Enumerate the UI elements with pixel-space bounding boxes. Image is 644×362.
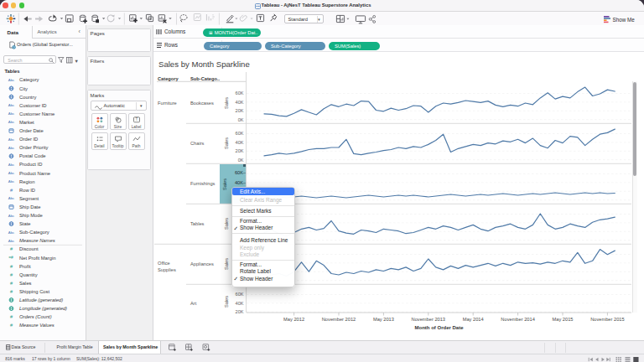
svg-text:Abc: Abc — [8, 171, 15, 175]
svg-text:Customer ID: Customer ID — [19, 103, 47, 108]
svg-text:Abc: Abc — [8, 103, 15, 107]
svg-text:Abc: Abc — [8, 137, 15, 142]
svg-text:T: T — [135, 117, 138, 122]
svg-text:Sub-Category: Sub-Category — [19, 230, 49, 235]
svg-text:Shipping Cost: Shipping Cost — [19, 289, 49, 294]
svg-text:Measure Names: Measure Names — [19, 238, 55, 243]
svg-text:#: # — [10, 323, 13, 328]
svg-text:Ship Mode: Ship Mode — [19, 213, 43, 218]
svg-text:City: City — [19, 86, 28, 91]
svg-text:Quantity: Quantity — [19, 272, 38, 277]
svg-text:Abc: Abc — [8, 196, 15, 200]
svg-text:Discount: Discount — [19, 246, 39, 251]
svg-text:Latitude (generated): Latitude (generated) — [19, 297, 63, 303]
svg-text:Product Name: Product Name — [19, 171, 50, 176]
svg-text:Sales: Sales — [19, 281, 32, 286]
svg-text:Abc: Abc — [8, 230, 15, 235]
svg-text:Profit: Profit — [19, 264, 31, 269]
svg-text:Order Date: Order Date — [19, 128, 44, 133]
svg-text:Ship Date: Ship Date — [19, 204, 40, 209]
svg-text:Abc: Abc — [8, 214, 15, 218]
svg-text:Customer Name: Customer Name — [19, 111, 55, 116]
svg-text:#: # — [10, 188, 13, 193]
svg-text:Order Priority: Order Priority — [19, 145, 49, 150]
svg-text:Measure Values: Measure Values — [19, 323, 55, 328]
svg-text:#: # — [10, 246, 13, 251]
svg-text:Abc: Abc — [8, 239, 15, 243]
svg-text:Abc: Abc — [8, 120, 15, 124]
svg-text:Segment: Segment — [19, 196, 39, 201]
svg-text:#: # — [10, 289, 13, 294]
svg-text:Product ID: Product ID — [19, 162, 42, 167]
svg-text:Category: Category — [19, 77, 39, 82]
svg-text:Abc: Abc — [8, 179, 15, 184]
svg-text:#: # — [10, 281, 13, 286]
svg-text:State: State — [19, 221, 31, 226]
svg-text:Abc: Abc — [8, 78, 15, 82]
svg-text:▾: ▾ — [75, 58, 79, 64]
svg-text:Net Profit Margin: Net Profit Margin — [19, 256, 56, 261]
svg-text:Abc: Abc — [8, 111, 15, 116]
svg-text:Postal Code: Postal Code — [19, 153, 46, 158]
svg-text:Abc: Abc — [8, 146, 15, 150]
svg-text:#: # — [10, 272, 13, 277]
svg-text:Region: Region — [19, 179, 34, 184]
svg-text:Abc: Abc — [8, 163, 15, 167]
svg-text:=#: =# — [8, 256, 13, 260]
svg-text:#: # — [10, 314, 13, 319]
svg-text:Order ID: Order ID — [19, 137, 38, 142]
svg-text:Orders (Count): Orders (Count) — [19, 314, 52, 319]
svg-text:Longitude (generated): Longitude (generated) — [19, 306, 67, 311]
svg-text:Market: Market — [19, 120, 34, 125]
svg-text:#: # — [10, 264, 13, 269]
svg-text:Country: Country — [19, 95, 36, 100]
svg-text:Row ID: Row ID — [19, 188, 35, 193]
